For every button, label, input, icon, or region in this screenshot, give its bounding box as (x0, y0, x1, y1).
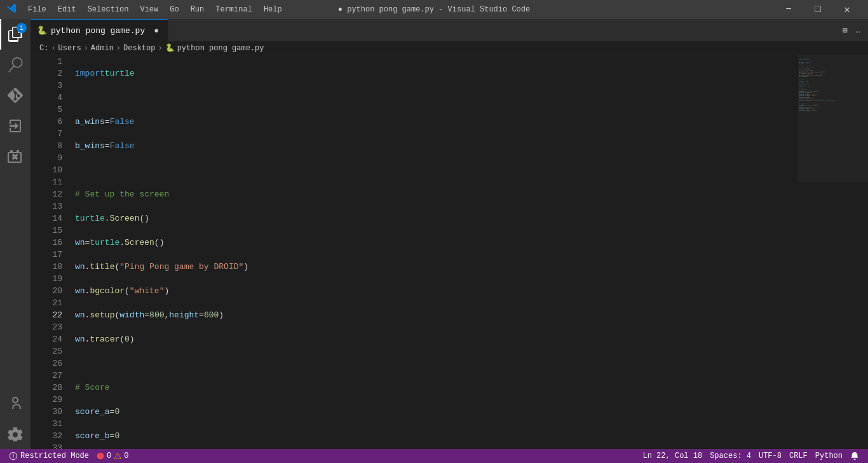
activity-account[interactable] (0, 388, 31, 418)
code-line-16: score_b = 0 (75, 430, 798, 442)
activity-search[interactable] (0, 50, 31, 80)
menu-selection[interactable]: Selection (83, 4, 134, 15)
code-line-9: wn.title("Ping Pong game by DROID") (75, 261, 798, 273)
activity-git[interactable] (0, 80, 31, 111)
status-left: Restricted Mode 0 0 (5, 449, 132, 463)
error-count: 0 (107, 452, 111, 460)
code-line-7: turtle.Screen() (75, 212, 798, 225)
minimize-button[interactable]: − (774, 0, 803, 19)
breadcrumb-users[interactable]: Users (58, 44, 81, 53)
tab-close-button[interactable]: ● (151, 25, 161, 36)
notifications-button[interactable] (846, 449, 863, 463)
tab-bar: 🐍 python pong game.py ● ⊞ … (31, 19, 868, 41)
maximize-button[interactable]: □ (803, 0, 832, 19)
explorer-badge: 1 (17, 23, 27, 33)
active-tab[interactable]: 🐍 python pong game.py ● (31, 19, 168, 41)
code-line-2 (75, 92, 798, 104)
vscode-icon (6, 3, 17, 16)
code-line-3: a_wins = False (75, 116, 798, 128)
breadcrumb-file[interactable]: python pong game.py (177, 44, 264, 53)
restricted-mode-button[interactable]: Restricted Mode (5, 449, 93, 463)
tab-icon: 🐍 (37, 25, 47, 36)
activity-bottom (0, 388, 31, 449)
spaces-text: Spaces: 4 (710, 452, 751, 460)
warning-icon (114, 452, 121, 460)
menu-edit[interactable]: Edit (53, 4, 81, 15)
breadcrumb-python-icon: 🐍 (165, 43, 175, 53)
split-editor-button[interactable]: ⊞ (840, 24, 850, 37)
language-info[interactable]: Python (811, 449, 846, 463)
code-line-13 (75, 357, 798, 370)
title-bar-menus: File Edit Selection View Go Run Terminal… (23, 4, 287, 15)
line-col-text: Ln 22, Col 18 (643, 452, 703, 460)
restricted-mode-icon (9, 452, 18, 460)
activity-extensions[interactable] (0, 141, 31, 172)
line-ending-text: CRLF (789, 452, 808, 460)
title-bar-controls: − □ ✕ (774, 0, 862, 19)
menu-run[interactable]: Run (186, 4, 210, 15)
code-line-4: b_wins = False (75, 140, 798, 152)
breadcrumb-admin[interactable]: Admin (91, 44, 114, 53)
code-line-1: import turtle (75, 67, 798, 79)
minimap: import turtle a_wins = False b_wins = Fa… (798, 55, 868, 449)
status-bar: Restricted Mode 0 0 Ln 22, Col 18 Spaces… (0, 449, 868, 463)
errors-warnings[interactable]: 0 0 (93, 449, 132, 463)
code-line-15: score_a = 0 (75, 406, 798, 418)
code-editor[interactable]: 1 2 3 4 5 6 7 8 9 10 11 12 13 14 15 16 1… (31, 55, 868, 449)
breadcrumb: C: › Users › Admin › Desktop › 🐍 python … (31, 41, 868, 55)
main-layout: 1 🐍 python pong game.py (0, 19, 868, 449)
language-text: Python (815, 452, 843, 460)
title-bar: File Edit Selection View Go Run Terminal… (0, 0, 868, 19)
line-numbers: 1 2 3 4 5 6 7 8 9 10 11 12 13 14 15 16 1… (31, 55, 69, 449)
title-bar-left: File Edit Selection View Go Run Terminal… (6, 3, 287, 16)
breadcrumb-c[interactable]: C: (39, 44, 48, 53)
line-col-info[interactable]: Ln 22, Col 18 (639, 449, 707, 463)
bell-icon (850, 452, 859, 460)
code-line-12: wn.tracer(0) (75, 333, 798, 345)
activity-settings[interactable] (0, 418, 31, 449)
close-button[interactable]: ✕ (832, 0, 862, 19)
code-content[interactable]: import turtle a_wins = False b_wins = Fa… (69, 55, 798, 449)
menu-view[interactable]: View (135, 4, 163, 15)
code-line-14: # Score (75, 382, 798, 394)
warning-count: 0 (124, 452, 128, 460)
title-bar-title: ● python pong game.py - Visual Studio Co… (338, 5, 530, 14)
activity-bar: 1 (0, 19, 31, 449)
tab-filename: python pong game.py (51, 26, 145, 36)
code-line-8: wn = turtle.Screen() (75, 237, 798, 249)
editor-area: 🐍 python pong game.py ● ⊞ … C: › Users ›… (31, 19, 868, 449)
code-line-10: wn.bgcolor("white") (75, 285, 798, 297)
encoding-text: UTF-8 (759, 452, 782, 460)
menu-help[interactable]: Help (259, 4, 287, 15)
restricted-mode-label: Restricted Mode (20, 452, 89, 460)
menu-terminal[interactable]: Terminal (210, 4, 257, 15)
more-actions-button[interactable]: … (853, 24, 863, 36)
menu-go[interactable]: Go (165, 4, 184, 15)
status-right: Ln 22, Col 18 Spaces: 4 UTF-8 CRLF Pytho… (639, 449, 863, 463)
code-line-6: # Set up the screen (75, 188, 798, 200)
code-line-11: wn.setup(width=800, height=600) (75, 309, 798, 321)
code-line-5 (75, 164, 798, 176)
tab-right-actions: ⊞ … (840, 19, 868, 41)
activity-explorer[interactable]: 1 (0, 19, 31, 50)
error-icon (97, 452, 104, 460)
breadcrumb-desktop[interactable]: Desktop (123, 44, 155, 53)
encoding-info[interactable]: UTF-8 (755, 449, 785, 463)
activity-run[interactable] (0, 111, 31, 141)
menu-file[interactable]: File (23, 4, 51, 15)
minimap-slider (798, 55, 868, 183)
line-ending-info[interactable]: CRLF (785, 449, 811, 463)
spaces-info[interactable]: Spaces: 4 (706, 449, 755, 463)
